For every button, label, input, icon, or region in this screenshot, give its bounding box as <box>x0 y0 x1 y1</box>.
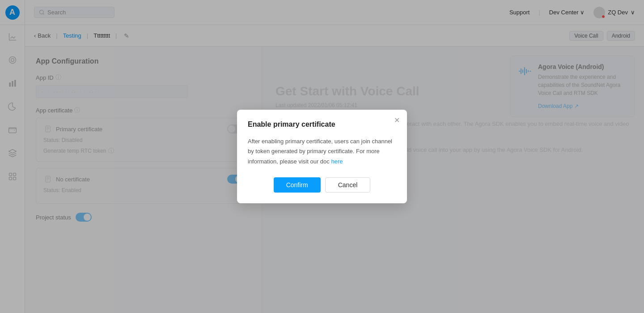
modal-body: After enabling primary certificate, user… <box>248 137 396 166</box>
modal-close-button[interactable]: ✕ <box>394 117 400 124</box>
doc-link[interactable]: here <box>331 158 343 165</box>
modal-title: Enable primary certificate <box>248 120 396 129</box>
enable-cert-modal: Enable primary certificate ✕ After enabl… <box>237 110 407 203</box>
modal-overlay: Enable primary certificate ✕ After enabl… <box>0 0 644 313</box>
modal-actions: Confirm Cancel <box>248 177 396 193</box>
cancel-button[interactable]: Cancel <box>325 177 371 193</box>
confirm-button[interactable]: Confirm <box>274 177 321 193</box>
